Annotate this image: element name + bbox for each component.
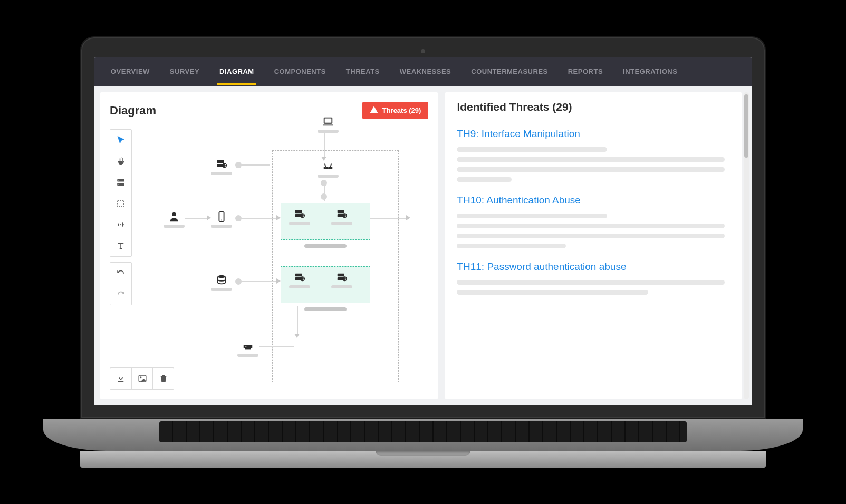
threat-item: TH11: Password authentication abuse: [457, 261, 730, 295]
connector: [259, 346, 294, 347]
download-button[interactable]: [110, 368, 131, 389]
app-screen: OVERVIEW SURVEY DIAGRAM COMPONENTS THREA…: [94, 57, 752, 405]
undo-tool[interactable]: [110, 263, 131, 284]
svg-rect-16: [295, 210, 302, 214]
image-button[interactable]: [131, 368, 152, 389]
connector: [241, 218, 277, 219]
tab-weaknesses[interactable]: WEAKNESSES: [398, 58, 453, 85]
node-storage[interactable]: [237, 340, 258, 357]
arrow-icon: [406, 215, 410, 220]
connector: [370, 218, 407, 219]
content-row: Diagram Threats (29): [94, 86, 752, 405]
tool-group-main: [110, 129, 132, 257]
diagram-panel: Diagram Threats (29): [100, 92, 438, 399]
warning-icon: [370, 105, 378, 115]
threat-desc-line: [457, 157, 724, 162]
threat-desc-line: [457, 177, 512, 182]
svg-rect-25: [338, 274, 344, 277]
scrollbar-thumb[interactable]: [744, 94, 748, 158]
screen-bezel: OVERVIEW SURVEY DIAGRAM COMPONENTS THREA…: [80, 36, 766, 419]
node-laptop[interactable]: [318, 116, 339, 133]
expand-tool[interactable]: [110, 214, 131, 235]
threat-link[interactable]: TH9: Interface Manipulation: [457, 128, 730, 140]
tab-integrations[interactable]: INTEGRATIONS: [621, 58, 679, 85]
svg-rect-28: [244, 345, 253, 348]
connector: [297, 306, 298, 335]
tab-diagram[interactable]: DIAGRAM: [217, 58, 256, 85]
svg-point-32: [140, 376, 141, 378]
zone-a-label: [304, 244, 347, 248]
threat-desc-line: [457, 167, 724, 172]
camera-dot: [421, 49, 425, 53]
svg-point-3: [119, 184, 120, 185]
node-server-top[interactable]: [211, 158, 232, 175]
toolbox: [110, 129, 132, 305]
threats-button-label: Threats (29): [382, 106, 421, 114]
tab-overview[interactable]: OVERVIEW: [109, 58, 152, 85]
arrow-icon: [276, 278, 281, 284]
threat-item: TH9: Interface Manipulation: [457, 128, 730, 182]
component-tool[interactable]: [110, 172, 131, 193]
zone-b-label: [304, 307, 347, 311]
connector: [241, 281, 277, 282]
svg-point-14: [325, 167, 326, 168]
tab-threats[interactable]: THREATS: [344, 58, 382, 85]
svg-rect-19: [338, 210, 344, 214]
connector: [185, 218, 208, 219]
arrow-icon: [276, 215, 281, 220]
redo-tool[interactable]: [110, 284, 131, 305]
keyboard: [43, 419, 803, 451]
connector-dot: [321, 193, 327, 200]
svg-point-10: [221, 220, 222, 221]
svg-point-11: [218, 275, 226, 278]
laptop-base: [80, 451, 766, 468]
threat-desc-line: [457, 234, 724, 238]
arrow-icon: [294, 334, 300, 338]
threat-desc-line: [457, 244, 566, 248]
node-database[interactable]: [211, 274, 232, 291]
threat-link[interactable]: TH10: Authentication Abuse: [457, 195, 730, 206]
svg-point-2: [119, 180, 120, 181]
threat-desc-line: [457, 280, 724, 285]
tab-reports[interactable]: REPORTS: [566, 58, 605, 85]
threats-panel: Identified Threats (29) TH9: Interface M…: [445, 92, 742, 399]
top-nav: OVERVIEW SURVEY DIAGRAM COMPONENTS THREA…: [94, 57, 752, 86]
node-webserver-b2[interactable]: [331, 272, 352, 288]
threats-button[interactable]: Threats (29): [362, 102, 429, 119]
delete-button[interactable]: [152, 368, 174, 389]
laptop-frame: OVERVIEW SURVEY DIAGRAM COMPONENTS THREA…: [80, 36, 766, 468]
tab-survey[interactable]: SURVEY: [168, 58, 201, 85]
svg-rect-6: [217, 160, 224, 163]
arrow-icon: [207, 215, 211, 220]
arrow-icon: [321, 157, 326, 161]
tab-components[interactable]: COMPONENTS: [272, 58, 328, 85]
node-webserver-a1[interactable]: [289, 208, 310, 225]
node-webserver-a2[interactable]: [331, 208, 352, 225]
node-webserver-b1[interactable]: [289, 272, 310, 288]
node-mobile[interactable]: [211, 211, 232, 228]
connector: [324, 132, 325, 158]
marquee-tool[interactable]: [110, 193, 131, 214]
tab-countermeasures[interactable]: COUNTERMEASURES: [469, 58, 550, 85]
svg-point-5: [172, 212, 176, 216]
pointer-tool[interactable]: [110, 130, 131, 151]
threat-desc-line: [457, 214, 607, 218]
node-router[interactable]: [318, 161, 339, 178]
threat-desc-line: [457, 290, 648, 295]
diagram-header: Diagram Threats (29): [110, 102, 428, 119]
svg-point-4: [120, 224, 121, 225]
keyboard-keys: [159, 421, 687, 442]
canvas-actions: [110, 367, 174, 390]
svg-rect-0: [117, 179, 124, 182]
threat-link[interactable]: TH11: Password authentication abuse: [457, 261, 730, 273]
svg-point-30: [245, 346, 246, 347]
diagram-title: Diagram: [110, 104, 156, 118]
diagram-canvas[interactable]: [142, 129, 428, 362]
scrollbar[interactable]: [744, 92, 749, 399]
svg-point-15: [328, 167, 329, 168]
node-user[interactable]: [164, 211, 185, 228]
svg-rect-29: [245, 348, 251, 350]
pan-tool[interactable]: [110, 151, 131, 172]
trackpad-notch: [376, 451, 470, 456]
text-tool[interactable]: [110, 235, 131, 256]
